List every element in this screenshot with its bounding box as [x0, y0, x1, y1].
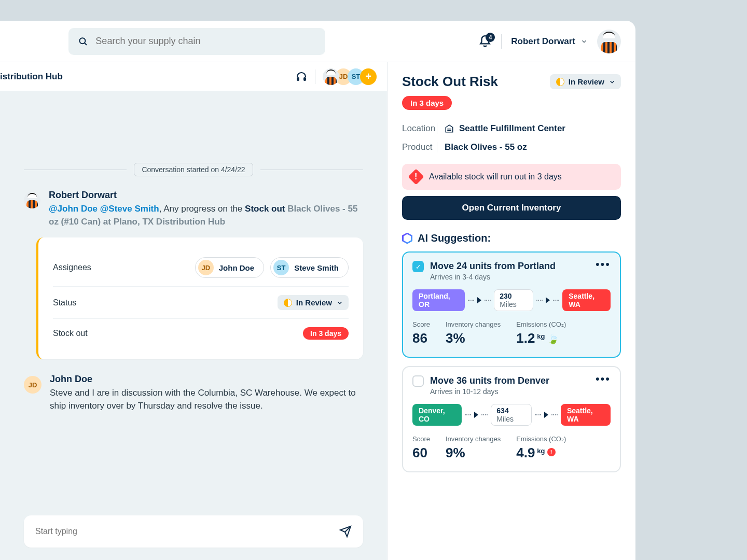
search-icon [78, 36, 88, 47]
message-text: @John Doe @Steve Smith, Any progress on … [49, 203, 363, 228]
suggestion-card[interactable]: Move 36 units from Denver Arrives in 10-… [402, 366, 621, 472]
status-select[interactable]: In Review [550, 74, 621, 89]
search-input-wrap[interactable] [68, 28, 325, 55]
product-value: Black Olives - 55 oz [445, 142, 527, 152]
warehouse-icon [445, 124, 454, 133]
more-icon[interactable]: ••• [596, 261, 611, 268]
more-icon[interactable]: ••• [596, 375, 611, 382]
status-select[interactable]: In Review [278, 295, 349, 310]
headphones-icon[interactable] [295, 71, 308, 83]
svg-line-1 [85, 43, 87, 45]
arrow-icon [477, 297, 481, 303]
arrow-icon [546, 297, 550, 303]
suggestion-subtitle: Arrives in 10-12 days [430, 387, 549, 396]
origin-badge: Portland, OR [412, 289, 465, 311]
inventory-value: 3% [446, 330, 501, 346]
inventory-label: Inventory changes [446, 320, 501, 328]
inventory-label: Inventory changes [446, 435, 501, 443]
breadcrumb: istribution Hub [0, 72, 63, 82]
emissions-value: 4.9kg! [516, 445, 566, 461]
message-author: Robert Dorwart [49, 190, 363, 201]
distance-badge: 230 Miles [494, 289, 533, 311]
warning-icon: ! [547, 448, 556, 456]
emissions-label: Emissions (CO₂) [516, 320, 566, 328]
chevron-down-icon [608, 78, 616, 86]
detail-title: Stock Out Risk [402, 74, 498, 90]
arrow-icon [474, 412, 478, 418]
origin-badge: Denver, CO [412, 404, 462, 426]
svg-rect-3 [303, 77, 306, 81]
warning-icon: ! [408, 169, 424, 185]
suggestion-title: Move 24 units from Portland [430, 261, 556, 272]
svg-rect-5 [447, 130, 451, 131]
emissions-label: Emissions (CO₂) [516, 435, 566, 443]
ai-icon [402, 233, 412, 244]
add-participant-button[interactable]: + [360, 68, 377, 85]
topbar: 4 Robert Dorwart [0, 21, 635, 62]
suggestion-card[interactable]: ✓ Move 24 units from Portland Arrives in… [402, 251, 621, 358]
conversation-pane: istribution Hub JD ST + Conversation sta… [0, 62, 388, 560]
open-inventory-button[interactable]: Open Current Inventory [402, 196, 621, 220]
stockout-label: Stock out [53, 329, 88, 338]
avatar[interactable] [597, 30, 621, 53]
details-pane: Stock Out Risk In Review In 3 days Locat… [388, 62, 635, 560]
suggestion-subtitle: Arrives in 3-4 days [430, 273, 556, 281]
status-label: Status [53, 298, 76, 307]
distance-badge: 634 Miles [491, 404, 532, 426]
emissions-value: 1.2kg🍃 [516, 330, 566, 346]
score-label: Score [412, 320, 430, 328]
message-author: John Doe [50, 374, 363, 385]
send-icon[interactable] [339, 525, 352, 538]
chevron-down-icon [336, 299, 343, 306]
divider [315, 69, 315, 84]
half-moon-icon [284, 299, 292, 307]
location-label: Location [402, 123, 437, 134]
score-label: Score [412, 435, 430, 443]
user-menu[interactable]: Robert Dorwart [511, 36, 588, 47]
user-name: Robert Dorwart [511, 36, 575, 47]
assignees-label: Assignees [53, 263, 91, 272]
inventory-value: 9% [446, 445, 501, 461]
conversation-start-label: Conversation started on 4/24/22 [134, 163, 253, 176]
divider [501, 34, 502, 49]
suggestion-title: Move 36 units from Denver [430, 375, 549, 386]
due-badge: In 3 days [303, 327, 349, 340]
message-avatar [24, 192, 40, 208]
location-value: Seattle Fulfillment Center [459, 123, 565, 134]
compose-input[interactable] [35, 527, 334, 536]
product-label: Product [402, 142, 437, 152]
route-visual: Portland, OR 230 Miles Seattle, WA [412, 289, 611, 311]
message-text: Steve and I are in discussion with the C… [50, 387, 363, 412]
score-value: 60 [412, 445, 430, 461]
assignee-pill[interactable]: STSteve Smith [270, 257, 349, 278]
chevron-down-icon [580, 38, 588, 45]
leaf-icon: 🍃 [547, 333, 559, 345]
participant-avatar[interactable] [323, 68, 339, 85]
alert-banner: ! Available stock will run out in 3 days [402, 164, 621, 190]
mention[interactable]: @John Doe [49, 204, 98, 214]
half-moon-icon [556, 78, 564, 86]
mention[interactable]: @Steve Smith [100, 204, 159, 214]
svg-rect-4 [447, 129, 451, 130]
route-visual: Denver, CO 634 Miles Seattle, WA [412, 404, 611, 426]
destination-badge: Seattle, WA [561, 404, 611, 426]
notifications-count: 4 [486, 33, 495, 42]
search-input[interactable] [95, 36, 316, 47]
due-badge: In 3 days [402, 96, 452, 110]
score-value: 86 [412, 330, 430, 346]
issue-card: Assignees JDJohn Doe STSteve Smith Statu… [36, 237, 363, 359]
arrow-icon [544, 412, 548, 418]
destination-badge: Seattle, WA [562, 289, 611, 311]
assignee-pill[interactable]: JDJohn Doe [195, 257, 264, 278]
svg-rect-2 [297, 77, 299, 81]
notifications-button[interactable]: 4 [478, 35, 492, 48]
message-avatar: JD [24, 376, 42, 394]
checkbox-unchecked-icon[interactable] [412, 375, 424, 387]
ai-suggestion-heading: AI Suggestion: [418, 232, 491, 244]
svg-point-0 [79, 38, 85, 44]
checkbox-checked-icon[interactable]: ✓ [412, 261, 424, 272]
compose-box[interactable] [24, 515, 363, 548]
